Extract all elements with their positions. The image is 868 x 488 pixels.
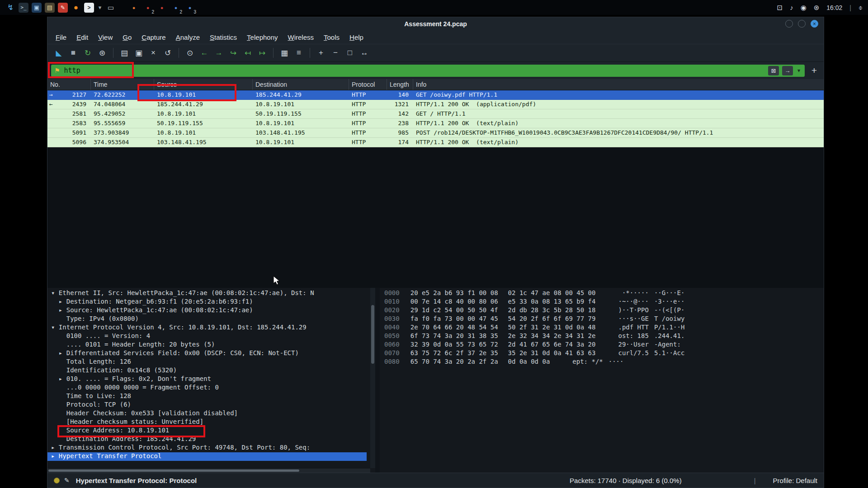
cell-protocol[interactable]: HTTP [349,138,387,147]
cell-protocol[interactable]: HTTP [349,119,387,128]
cell-no[interactable]: 2581 [47,109,91,118]
stop-capture-icon[interactable]: ■ [66,47,80,59]
hex-row[interactable]: 0030fa f0 fa 73 00 00 47 4554 20 2f 6f 6… [380,315,824,324]
cell-source[interactable]: 185.244.41.29 [154,100,253,109]
kali-logo-icon[interactable]: ↯ [5,3,15,13]
cell-protocol[interactable]: HTTP [349,90,387,99]
detail-line[interactable]: ▾ Internet Protocol Version 4, Src: 10.8… [47,324,367,332]
detail-line[interactable]: ▸ Source: HewlettPacka_1c:47:ae (00:08:0… [47,306,367,315]
maximize-button[interactable] [798,20,806,28]
cell-protocol[interactable]: HTTP [349,128,387,137]
packet-row[interactable]: 2583 95.555659 50.19.119.155 10.8.19.101… [47,119,824,128]
go-forward-icon[interactable]: → [212,47,226,59]
hex-row[interactable]: 006032 39 0d 0a 55 73 65 722d 41 67 65 6… [380,341,824,349]
packet-row[interactable]: 5096 374.953504 103.148.41.195 10.8.19.1… [47,138,824,147]
cell-no[interactable]: 5096 [47,138,91,147]
detail-line-source-address[interactable]: Source Address: 10.8.19.101 [47,427,367,435]
cell-length[interactable]: 985 [387,128,413,137]
find-packet-icon[interactable]: ⊙ [183,47,197,59]
cell-info[interactable]: POST /rob124/DESKTOP-M1TFHB6_W10019043.0… [413,128,824,137]
cell-destination[interactable]: 50.19.119.155 [253,109,349,118]
minimize-button[interactable] [785,20,793,28]
cell-protocol[interactable]: HTTP [349,100,387,109]
detail-line-http[interactable]: ▸ Hypertext Transfer Protocol [47,452,367,461]
terminal-icon[interactable]: >_ [19,3,28,13]
scrollbar-thumb[interactable] [371,305,374,364]
detail-line[interactable]: Header Checksum: 0xe533 [validation disa… [47,409,367,418]
capture-comment-icon[interactable]: ✎ [64,477,70,484]
cell-destination[interactable]: 185.244.41.29 [253,90,349,99]
window-group-2[interactable]: ●2 [143,3,153,13]
profile-status[interactable]: Profile: Default [773,477,817,484]
capture-options-icon[interactable]: ⊛ [95,47,109,59]
hex-row[interactable]: 001000 7e 14 c8 40 00 80 06e5 33 0a 08 1… [380,298,824,306]
menu-telephony[interactable]: Telephony [242,32,282,42]
zoom-in-icon[interactable]: + [314,47,328,59]
packet-row[interactable]: ←2439 74.048064 185.244.41.29 10.8.19.10… [47,100,824,109]
details-horizontal-scrollbar[interactable] [47,469,370,473]
column-header-no[interactable]: No. [47,79,91,90]
clear-filter-icon[interactable]: ⊠ [768,66,779,75]
hex-row[interactable]: 00402e 70 64 66 20 48 54 5450 2f 31 2e 3… [380,324,824,332]
hex-row[interactable]: 000020 e5 2a b6 93 f1 00 0802 1c 47 ae 0… [380,289,824,298]
column-header-destination[interactable]: Destination [253,79,349,90]
menu-view[interactable]: View [94,32,117,42]
cell-time[interactable]: 72.622252 [91,90,154,99]
detail-line[interactable]: ▸ 010. .... = Flags: 0x2, Don't fragment [47,375,367,384]
go-back-icon[interactable]: ← [198,47,211,59]
apply-filter-icon[interactable]: → [782,66,793,75]
column-header-time[interactable]: Time [91,79,154,90]
window-group-5[interactable]: ●3 [185,3,195,13]
zoom-out-icon[interactable]: − [329,47,342,59]
hex-row[interactable]: 002029 1d c2 54 00 50 50 4f2d db 28 3c 5… [380,306,824,315]
menu-go[interactable]: Go [118,32,136,42]
cell-length[interactable]: 174 [387,138,413,147]
go-first-packet-icon[interactable]: ↤ [241,47,255,59]
cell-info[interactable]: HTTP/1.1 200 OK (text/plain) [413,119,824,128]
menu-help[interactable]: Help [345,32,368,42]
cell-destination[interactable]: 10.8.19.101 [253,138,349,147]
expert-info-icon[interactable] [54,478,60,483]
browser-icon[interactable]: ● [71,3,81,13]
notifications-icon[interactable]: ◉ [801,4,807,12]
detail-line[interactable]: ▸ Transmission Control Protocol, Src Por… [47,444,367,452]
scrollbar-thumb[interactable] [48,469,299,472]
detail-line[interactable]: ▸ Differentiated Services Field: 0x00 (D… [47,349,367,358]
cell-source[interactable]: 10.8.19.101 [154,128,253,137]
detail-line[interactable]: Type: IPv4 (0x0800) [47,315,367,324]
detail-line[interactable]: [Header checksum status: Unverified] [47,418,367,427]
window-group-3[interactable]: ● [157,3,167,13]
start-capture-icon[interactable]: ◣ [52,47,66,59]
cell-no[interactable]: 2583 [47,119,91,128]
hex-row[interactable]: 007063 75 72 6c 2f 37 2e 3535 2e 31 0d 0… [380,349,824,358]
cell-source[interactable]: 50.19.119.155 [154,119,253,128]
close-button[interactable]: × [811,20,818,28]
display-filter-field[interactable]: ⚑ ⊠ → ▾ [51,65,805,77]
menu-analyze[interactable]: Analyze [171,32,204,42]
menu-edit[interactable]: Edit [72,32,93,42]
volume-icon[interactable]: ♪ [790,4,793,11]
packet-row[interactable]: 5091 373.903849 10.8.19.101 103.148.41.1… [47,128,824,138]
restart-capture-icon[interactable]: ↻ [81,47,94,59]
cell-time[interactable]: 95.555659 [91,119,154,128]
window-outline-icon[interactable]: ▭ [106,3,116,13]
column-header-protocol[interactable]: Protocol [349,79,387,90]
detail-line[interactable]: ▸ Destination: Netgear_b6:93:f1 (20:e5:2… [47,298,367,306]
chevron-down-icon[interactable]: ▾ [97,3,103,13]
detail-line[interactable]: Total Length: 126 [47,358,367,366]
cell-destination[interactable]: 10.8.19.101 [253,119,349,128]
open-file-icon[interactable]: ▤ [118,47,131,59]
column-header-length[interactable]: Length [387,79,413,90]
detail-line[interactable]: Time to Live: 128 [47,392,367,401]
detail-line[interactable]: Destination Address: 185.244.41.29 [47,435,367,444]
detail-line[interactable]: ...0 0000 0000 0000 = Fragment Offset: 0 [47,384,367,392]
cell-length[interactable]: 142 [387,109,413,118]
file-manager-icon[interactable]: ▣ [32,3,42,13]
display-icon[interactable]: ⊡ [777,4,783,12]
window-group-1[interactable]: ● [129,3,139,13]
hex-row[interactable]: 008065 70 74 3a 20 2a 2f 2a0d 0a 0d 0aep… [380,358,824,366]
add-filter-button[interactable]: + [808,65,820,76]
column-header-source[interactable]: Source [154,79,253,90]
run-prompt-icon[interactable]: > [84,3,94,13]
column-header-info[interactable]: Info [413,79,824,90]
